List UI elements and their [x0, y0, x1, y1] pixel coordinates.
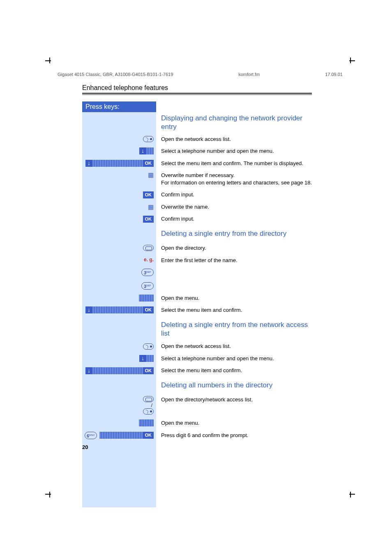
step-text: Select the menu item and confirm. The nu…: [156, 157, 312, 170]
step-text: Press digit 6 and confirm the prompt.: [156, 429, 312, 442]
step-text: Open the network access list.: [156, 340, 312, 352]
redial-key-icon: [143, 136, 154, 142]
crop-mark-bl: [49, 492, 55, 497]
ok-label: OK: [143, 216, 154, 223]
crop-mark-tl: [49, 58, 55, 63]
step-text: Overwrite the name.: [156, 201, 312, 213]
page-number: 20: [82, 444, 88, 450]
keypad-icon: ▦: [148, 204, 154, 210]
key-cell: ↓: [82, 352, 156, 365]
key-cell: ↓OK: [82, 157, 156, 170]
step-text: Confirm input.: [156, 213, 312, 225]
slash: /: [151, 402, 152, 408]
ok-label: OK: [143, 367, 154, 374]
down-arrow-icon: ↓: [85, 160, 92, 167]
rule-thick: [82, 93, 312, 94]
heading-delete-network-entry: Deleting a single entry from the network…: [156, 316, 312, 341]
heading-network-provider: Displaying and changing the network prov…: [156, 112, 312, 133]
step-text: Open the network access list.: [156, 133, 312, 145]
step-text: Overwrite number if necessary. For infor…: [156, 169, 312, 189]
eg-label: e. g.: [144, 257, 154, 263]
redial-key-icon: [143, 343, 154, 350]
press-keys-bar: Press keys:: [82, 101, 156, 112]
softkey-mid: [139, 419, 154, 426]
softkey-mid: [139, 295, 154, 302]
rule-thin: [82, 94, 312, 95]
key-cell: OK: [82, 189, 156, 201]
down-arrow-icon: ↓: [139, 147, 146, 154]
key-6-icon: 6MNO: [85, 432, 97, 439]
step-text: Select a telephone number and open the m…: [156, 145, 312, 157]
ok-label: OK: [143, 432, 154, 439]
doc-id: Gigaset 4015 Classic, GBR, A31008-G4015-…: [58, 72, 173, 77]
directory-key-icon: [143, 396, 154, 402]
ok-label: OK: [143, 191, 154, 198]
crop-mark-br: [345, 492, 351, 497]
step-text: Open the directory/network access list.: [156, 394, 312, 417]
step-text: Select the menu item and confirm.: [156, 364, 312, 377]
step-text: Select the menu item and confirm.: [156, 304, 312, 316]
softkey-mid: [146, 147, 154, 154]
down-arrow-icon: ↓: [85, 367, 92, 374]
key-cell: [82, 417, 156, 429]
left-spacer: [82, 377, 156, 394]
key-cell: [82, 292, 156, 304]
key-cell: e. g. 3DEF 3DEF: [82, 254, 156, 292]
step-text: Open the directory.: [156, 242, 312, 254]
step-text: Enter the first letter of the name.: [156, 254, 312, 292]
softkey-mid: [92, 306, 143, 313]
keypad-icon: ▦: [148, 172, 154, 178]
section-title: Enhanced telephone features: [82, 84, 312, 93]
left-spacer: [82, 225, 156, 242]
redial-key-icon: [143, 408, 154, 415]
heading-delete-all: Deleting all numbers in the directory: [156, 377, 272, 394]
doc-file: komfort.fm: [238, 72, 260, 77]
step-text: Confirm input.: [156, 189, 312, 201]
ok-label: OK: [143, 306, 154, 313]
step-text: Open the menu.: [156, 292, 312, 304]
key-cell: [82, 242, 156, 254]
content: Press keys: Displaying and changing the …: [82, 101, 312, 507]
heading-delete-dir-entry: Deleting a single entry from the directo…: [156, 225, 286, 242]
softkey-mid: [99, 432, 143, 439]
softkey-mid: [146, 355, 154, 362]
key-cell: 6MNO OK: [82, 429, 156, 442]
directory-key-icon: [143, 245, 154, 251]
ok-label: OK: [143, 160, 154, 167]
left-spacer: [82, 316, 156, 341]
key-3-icon: 3DEF: [141, 269, 154, 276]
softkey-mid: [92, 367, 143, 374]
section-title-wrap: Enhanced telephone features: [82, 84, 312, 95]
left-fill: [82, 442, 156, 507]
key-cell: ↓OK: [82, 364, 156, 377]
key-cell: [82, 133, 156, 145]
key-3-icon: 3DEF: [141, 282, 154, 290]
key-cell: ↓: [82, 145, 156, 157]
key-cell: [82, 340, 156, 352]
key-cell: /: [82, 394, 156, 417]
step-text: Select a telephone number and open the m…: [156, 352, 312, 365]
down-arrow-icon: ↓: [139, 355, 146, 362]
left-spacer: [82, 112, 156, 133]
doc-date: 17.09.01: [325, 72, 343, 77]
key-cell: ▦: [82, 201, 156, 213]
key-cell: ↓OK: [82, 304, 156, 316]
step-text: Open the menu.: [156, 417, 312, 429]
down-arrow-icon: ↓: [85, 306, 92, 313]
softkey-mid: [92, 160, 143, 167]
key-cell: ▦: [82, 169, 156, 189]
page-header: Gigaset 4015 Classic, GBR, A31008-G4015-…: [58, 72, 343, 77]
key-cell: OK: [82, 213, 156, 225]
crop-mark-tr: [345, 58, 351, 63]
